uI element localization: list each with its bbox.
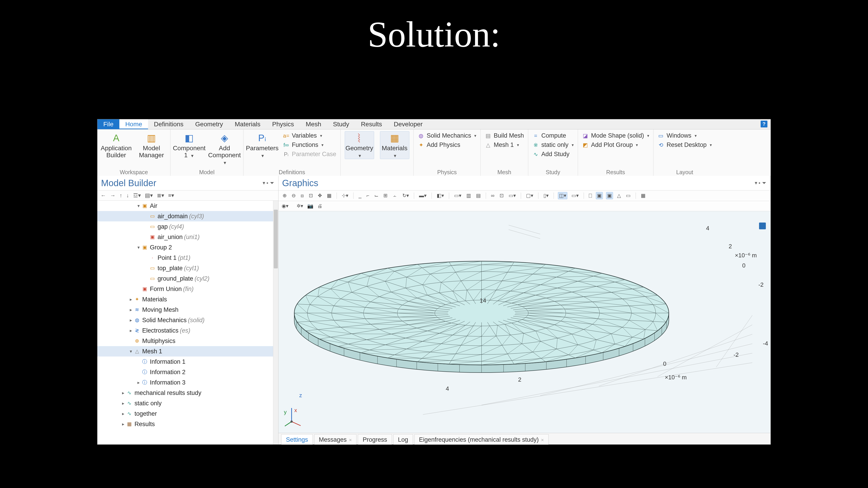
ribbon-build-mesh[interactable]: ▤Build Mesh [485,132,524,139]
tree-node[interactable]: ▣Form Union(fin) [97,284,278,294]
gfx-tool[interactable]: △ [616,192,622,199]
gfx-tool[interactable]: ⊹▾ [341,192,349,199]
tree-node[interactable]: ▸≋Moving Mesh [97,304,278,315]
bottom-tab[interactable]: Progress [358,434,392,445]
menu-home[interactable]: Home [119,119,148,129]
gfx-tool[interactable]: ⊡ [499,192,504,199]
close-icon[interactable]: × [541,437,544,443]
gfx-tool[interactable]: ▭▾ [508,192,517,199]
gfx-tool[interactable]: ↻▾ [401,192,410,199]
model-tree[interactable]: ▾▣Air▭air_domain(cyl3)▭gap(cyl4)▣air_uni… [97,201,278,445]
menu-study[interactable]: Study [327,119,355,129]
gfx-tool[interactable]: ◧▾ [436,192,445,199]
tree-node[interactable]: ▸∿mechanical results study [97,388,278,398]
gfx-tool[interactable]: ▢▾ [525,192,534,199]
gfx-tool[interactable]: ▥ [465,192,472,199]
gfx-tool[interactable]: ◫▾ [558,192,567,199]
menu-mesh[interactable]: Mesh [300,119,327,129]
panel-header-tools[interactable]: ▾ ▪ ⏷ [755,180,767,186]
gfx-tool[interactable]: ⫠ [392,192,398,199]
gfx-tool[interactable]: ▬▾ [418,192,428,199]
tree-node[interactable]: ▸✦Materials [97,294,278,304]
tree-node[interactable]: ▸◍Solid Mechanics(solid) [97,315,278,325]
gfx-tool[interactable]: ⊖ [291,192,297,199]
gfx-tool[interactable]: ▭ [625,192,631,199]
menu-developer[interactable]: Developer [388,119,429,129]
gfx-tool[interactable]: ⌐ [366,192,370,199]
graphics-canvas[interactable]: 4 2 ×10⁻⁶ m 0 -2 -4 -2 0 ×10⁻⁶ m 2 4 14 [278,211,770,433]
gfx-tool[interactable]: ⌙ [373,192,379,199]
panel-header-tools[interactable]: ▾ ▪ ⏷ [263,180,275,186]
help-button[interactable]: ? [761,121,767,127]
mb-tool[interactable]: → [110,192,116,199]
ribbon-add-physics[interactable]: ✦Add Physics [418,141,476,149]
mb-tool[interactable]: ↓ [126,192,129,199]
mb-tool[interactable]: ≡▾ [168,192,174,199]
tree-node[interactable]: ▭air_domain(cyl3) [97,211,278,221]
ribbon-component-1[interactable]: ◧Component1 ▼ [175,131,204,159]
tree-node[interactable]: ▸∿together [97,409,278,419]
menu-geometry[interactable]: Geometry [189,119,229,129]
menu-physics[interactable]: Physics [266,119,300,129]
ribbon-materials[interactable]: ▦Materials ▼ [380,131,409,159]
mb-tool[interactable]: ≣▾ [157,192,164,199]
gfx-tool[interactable]: ⎯ [358,192,362,199]
mb-tool[interactable]: ↑ [120,192,122,199]
tree-node[interactable]: ▭top_plate(cyl1) [97,263,278,273]
close-icon[interactable]: × [349,437,352,443]
gfx-tool[interactable]: ⊡ [308,192,314,199]
mb-tool[interactable]: ▤▾ [145,192,153,199]
ribbon-functions[interactable]: f∞Functions▾ [283,141,336,149]
tree-node[interactable]: ▸▦Results [97,419,278,429]
mb-tool[interactable]: ☲▾ [133,192,141,199]
ribbon-solid-mechanics[interactable]: ◍Solid Mechanics▾ [418,132,476,139]
menu-results[interactable]: Results [355,119,388,129]
ribbon-add-component[interactable]: ◈AddComponent ▼ [210,131,239,166]
tree-node[interactable]: ▭ground_plate(cyl2) [97,273,278,284]
gfx-tool[interactable]: ▦ [640,192,647,199]
tree-node[interactable]: ▸ⓘInformation 3 [97,377,278,388]
ribbon-mesh-1[interactable]: △Mesh 1▾ [485,141,524,149]
gfx-tool[interactable]: ▣ [596,192,603,199]
gfx-tool[interactable]: ⧈ [300,192,305,199]
tree-node[interactable]: ▸∿static only [97,398,278,409]
tree-node[interactable]: ▾▣Air [97,201,278,211]
menu-materials[interactable]: Materials [229,119,267,129]
ribbon-variables[interactable]: a=Variables▾ [283,132,336,139]
gfx-tool[interactable]: ✲▾ [297,203,303,209]
tree-node[interactable]: ⓘInformation 2 [97,367,278,377]
bottom-tab[interactable]: Messages× [314,434,357,445]
tree-node[interactable]: ▾▣Group 2 [97,242,278,253]
tree-node[interactable]: ▸≷Electrostatics(es) [97,325,278,336]
ribbon-add-plot-group[interactable]: ◩Add Plot Group▾ [582,141,649,149]
gfx-tool[interactable]: ▦ [326,192,333,199]
gfx-tool[interactable]: ∞ [490,192,495,199]
ribbon-mode-shape-solid-[interactable]: ◪Mode Shape (solid)▾ [582,132,649,139]
ribbon-application-builder[interactable]: AApplicationBuilder [101,131,131,159]
tree-node[interactable]: ·Point 1(pt1) [97,253,278,263]
bottom-tab[interactable]: Eigenfrequencies (mechanical results stu… [414,434,549,445]
ribbon-parameters[interactable]: PᵢParameters ▼ [248,131,277,159]
bottom-tab[interactable]: Settings [281,434,313,445]
gfx-tool[interactable]: ◉▾ [282,203,288,209]
bottom-tab[interactable]: Log [393,434,413,445]
gfx-tool[interactable]: ⊞ [382,192,388,199]
tree-node[interactable]: ⓘInformation 1 [97,357,278,367]
ribbon-geometry[interactable]: ⦚Geometry ▼ [345,131,374,159]
tree-scrollbar[interactable] [273,201,278,445]
gfx-tool[interactable]: 📷 [307,203,313,209]
gfx-tool[interactable]: ⊕ [282,192,287,199]
ribbon-compute[interactable]: =Compute [532,132,574,139]
view-cube-icon[interactable] [759,223,766,229]
menu-definitions[interactable]: Definitions [148,119,189,129]
tree-node[interactable]: ▣air_union(uni1) [97,232,278,242]
tree-node[interactable]: ▭gap(cyl4) [97,221,278,232]
gfx-tool[interactable]: ✥ [317,192,323,199]
mb-tool[interactable]: ← [101,192,106,199]
gfx-tool[interactable]: ⎕ [588,192,593,199]
ribbon-reset-desktop[interactable]: ⟲Reset Desktop▾ [657,141,712,149]
menu-file[interactable]: File [97,119,119,129]
gfx-tool[interactable]: 🖨 [317,203,322,209]
gfx-tool[interactable]: ▭▾ [570,192,580,199]
gfx-tool[interactable]: ▭▾ [453,192,462,199]
